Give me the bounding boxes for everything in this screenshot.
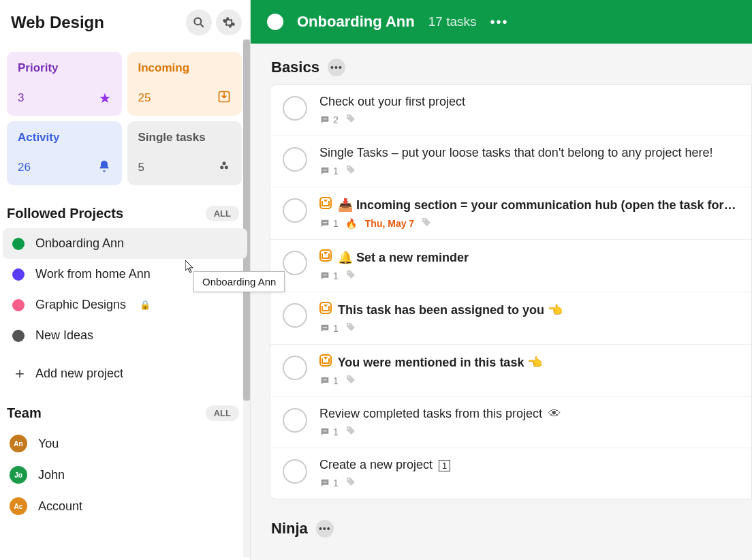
svg-point-37	[347, 479, 349, 480]
project-count-badge: 1	[439, 460, 450, 471]
task-row[interactable]: Create a new project 1 1	[270, 448, 751, 499]
sidebar-header: Web Design	[0, 0, 250, 45]
group-more-button[interactable]: •••	[316, 520, 334, 538]
inbox-badge-icon	[319, 302, 332, 314]
task-checkbox[interactable]	[283, 198, 307, 223]
star-icon: ★	[99, 90, 111, 106]
svg-point-4	[225, 166, 228, 169]
tag-icon[interactable]	[345, 269, 356, 282]
project-color-icon[interactable]	[267, 14, 283, 30]
svg-point-5	[223, 161, 226, 165]
task-checkbox[interactable]	[283, 251, 307, 275]
task-meta: 1	[319, 374, 739, 387]
inbox-icon	[217, 90, 231, 106]
task-row[interactable]: Single Tasks – put your loose tasks that…	[270, 136, 751, 187]
tag-icon[interactable]	[345, 425, 356, 438]
singletasks-title: Single tasks	[138, 131, 206, 144]
team-member-item[interactable]: AnYou	[0, 428, 250, 459]
workspace-title[interactable]: Web Design	[11, 13, 182, 32]
task-checkbox[interactable]	[283, 356, 307, 380]
task-group-header: Ninja•••	[270, 520, 752, 538]
pointing-hand-icon: 👈	[548, 303, 563, 317]
comment-count[interactable]: 1	[319, 218, 339, 229]
task-checkbox[interactable]	[283, 408, 307, 433]
main-body[interactable]: Basics•••Check out your first project 2S…	[251, 44, 752, 560]
comment-count[interactable]: 1	[319, 166, 339, 176]
tag-icon[interactable]	[421, 217, 432, 230]
activity-card[interactable]: Activity 26	[7, 121, 122, 185]
comment-count[interactable]: 1	[319, 426, 339, 437]
task-row[interactable]: Check out your first project 2	[270, 85, 751, 136]
team-member-label: John	[38, 468, 65, 482]
incoming-card[interactable]: Incoming 25	[127, 52, 242, 116]
task-group-header: Basics•••	[270, 59, 752, 76]
svg-point-11	[324, 169, 326, 170]
project-item[interactable]: Onboarding Ann	[3, 228, 247, 259]
singletasks-card[interactable]: Single tasks 5	[127, 121, 242, 185]
task-row[interactable]: You were mentioned in this task 👈 1	[270, 345, 751, 397]
priority-title: Priority	[18, 61, 59, 75]
project-title[interactable]: Onboarding Ann	[297, 13, 415, 31]
avatar: Jo	[10, 466, 27, 484]
svg-point-23	[324, 326, 326, 328]
project-color-dot	[12, 330, 25, 342]
task-meta: 1	[319, 164, 739, 177]
svg-point-18	[323, 274, 324, 275]
team-all-pill[interactable]: ALL	[206, 405, 239, 421]
activity-title: Activity	[18, 131, 59, 144]
project-item[interactable]: New Ideas	[3, 320, 247, 351]
avatar: Ac	[10, 497, 27, 515]
inbox-badge-icon	[319, 354, 332, 367]
task-row[interactable]: 🔔 Set a new reminder 1	[270, 240, 751, 292]
svg-point-8	[326, 118, 327, 119]
tag-icon[interactable]	[345, 164, 356, 177]
svg-point-0	[194, 18, 201, 25]
tag-icon[interactable]	[345, 476, 356, 489]
comment-count[interactable]: 2	[319, 114, 339, 125]
tag-icon[interactable]	[345, 374, 356, 387]
task-checkbox[interactable]	[283, 96, 307, 121]
group-more-button[interactable]: •••	[328, 59, 345, 76]
plus-icon: ＋	[12, 363, 25, 384]
flame-icon: 🔥	[345, 218, 357, 229]
task-row[interactable]: Review completed tasks from this project…	[270, 397, 751, 448]
comment-count[interactable]: 1	[319, 270, 339, 281]
dashboard-cards: Priority 3 ★ Incoming 25 Activity	[0, 45, 250, 192]
priority-card[interactable]: Priority 3 ★	[7, 52, 122, 116]
task-row[interactable]: This task has been assigned to you 👈 1	[270, 292, 751, 345]
svg-point-34	[323, 481, 324, 482]
team-list: AnYouJoJohnAcAccount	[0, 428, 250, 522]
main-header: Onboarding Ann 17 tasks •••	[251, 0, 752, 44]
group-title[interactable]: Basics	[271, 59, 319, 76]
task-row[interactable]: 📥 Incoming section = your communication …	[270, 187, 751, 240]
team-member-item[interactable]: JoJohn	[0, 459, 250, 491]
task-checkbox[interactable]	[283, 147, 307, 172]
task-title: Review completed tasks from this project…	[319, 407, 739, 421]
comment-count[interactable]: 1	[319, 323, 339, 334]
add-project-button[interactable]: ＋ Add new project	[3, 355, 247, 392]
project-more-button[interactable]: •••	[490, 14, 508, 30]
search-button[interactable]	[186, 10, 212, 35]
group-title[interactable]: Ninja	[271, 520, 308, 538]
task-body: Check out your first project 2	[319, 95, 739, 126]
project-color-dot	[12, 299, 25, 311]
task-checkbox[interactable]	[283, 303, 307, 328]
tag-icon[interactable]	[345, 322, 356, 335]
comment-count[interactable]: 1	[319, 375, 339, 386]
inbox-badge-icon	[319, 249, 332, 262]
task-checkbox[interactable]	[283, 459, 307, 484]
svg-point-24	[326, 326, 327, 328]
task-title: Create a new project 1	[319, 458, 739, 472]
add-project-label: Add new project	[35, 367, 123, 381]
team-member-label: Account	[38, 499, 82, 514]
tag-icon[interactable]	[345, 113, 356, 126]
due-date[interactable]: Thu, May 7	[365, 218, 414, 229]
task-body: Review completed tasks from this project…	[319, 407, 739, 438]
comment-count[interactable]: 1	[319, 478, 339, 488]
project-item[interactable]: Graphic Designs🔒	[3, 290, 247, 320]
svg-point-25	[347, 324, 349, 326]
followed-all-pill[interactable]: ALL	[206, 206, 239, 221]
svg-line-1	[201, 25, 204, 27]
team-member-item[interactable]: AcAccount	[0, 491, 250, 522]
settings-button[interactable]	[216, 10, 242, 35]
